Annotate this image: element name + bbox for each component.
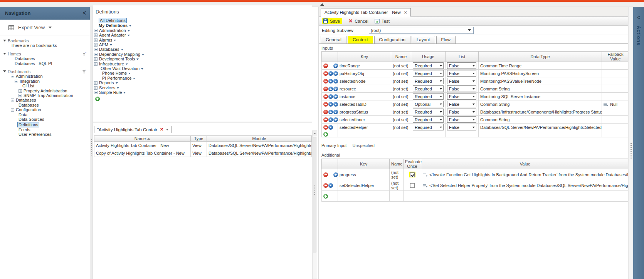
fallback-value-cell[interactable] <box>602 70 629 77</box>
nav-item-administration[interactable]: Administration <box>16 74 43 79</box>
tab-configuration[interactable]: Configuration <box>374 36 410 43</box>
def-item-reports[interactable]: Reports <box>99 80 114 85</box>
remove-row-icon[interactable] <box>323 79 328 84</box>
fallback-value-cell[interactable] <box>602 93 629 100</box>
results-scrollbar[interactable] <box>312 130 317 279</box>
remove-row-icon[interactable] <box>323 71 328 76</box>
def-item-my-definitions[interactable]: My Definitions <box>99 23 128 28</box>
usage-select[interactable]: Required <box>413 116 444 123</box>
nav-item-data-sources[interactable]: Data Sources <box>18 117 44 122</box>
def-item-agent-adapter[interactable]: Agent Adapter <box>99 33 126 37</box>
def-item-administration[interactable]: Administration <box>99 28 126 33</box>
list-select[interactable]: False <box>447 109 476 115</box>
expand-node-icon[interactable] <box>94 33 98 37</box>
list-select[interactable]: False <box>447 62 476 69</box>
collapse-top-panel-icon[interactable] <box>320 3 324 6</box>
add-definition-icon[interactable] <box>95 97 100 101</box>
move-up-icon[interactable] <box>328 125 333 130</box>
dropdown-caret-icon[interactable] <box>141 68 143 70</box>
dropdown-caret-icon[interactable] <box>133 78 135 79</box>
fallback-value-cell[interactable] <box>602 62 629 70</box>
bookmarks-section[interactable]: Bookmarks <box>0 38 90 43</box>
dropdown-caret-icon[interactable] <box>123 92 126 94</box>
dropdown-caret-icon[interactable] <box>121 49 123 50</box>
def-item-development-tools[interactable]: Development Tools <box>99 57 135 61</box>
usage-select[interactable]: Required <box>413 70 444 77</box>
remove-row-icon[interactable] <box>323 117 328 122</box>
dashboards-section[interactable]: Dashboards <box>0 69 90 74</box>
save-button[interactable]: Save <box>322 18 342 24</box>
fallback-value-cell[interactable] <box>602 85 629 93</box>
collapse-navigation-icon[interactable]: < <box>83 9 86 17</box>
filter-icon[interactable] <box>82 52 87 56</box>
nav-item-databases[interactable]: Databases <box>18 103 39 107</box>
move-up-icon[interactable] <box>328 71 333 76</box>
list-select[interactable]: False <box>447 116 476 123</box>
clear-filter-icon[interactable] <box>160 127 163 132</box>
expand-node-icon[interactable] <box>94 86 98 90</box>
move-down-icon[interactable] <box>333 117 338 122</box>
fallback-value-cell[interactable] <box>602 108 629 116</box>
expand-node-icon[interactable] <box>94 81 98 85</box>
editor-scroll-strip[interactable] <box>628 7 633 279</box>
nav-item-user-preferences[interactable]: User Preferences <box>18 132 52 137</box>
dropdown-caret-icon[interactable] <box>117 87 119 89</box>
move-up-icon[interactable] <box>328 110 333 114</box>
expand-node-icon[interactable] <box>94 53 98 56</box>
expand-node-icon[interactable] <box>94 62 98 66</box>
cancel-button[interactable]: Cancel <box>348 18 368 24</box>
primary-input-value[interactable]: Unspecified <box>352 143 374 148</box>
test-button[interactable]: Test <box>375 19 390 23</box>
column-header-type[interactable]: Type <box>191 136 207 142</box>
nav-item-snmp-trap-administration[interactable]: SNMP Trap Administration <box>24 93 73 98</box>
add-row-icon[interactable] <box>323 194 328 199</box>
collapse-section-icon[interactable] <box>3 70 6 72</box>
add-row-icon[interactable] <box>323 132 328 137</box>
def-item-services[interactable]: Services <box>99 85 115 90</box>
move-down-icon[interactable] <box>333 110 338 114</box>
expand-node-icon[interactable] <box>18 94 22 97</box>
def-item-pi-performance[interactable]: PI Performance <box>102 76 131 80</box>
nav-item-data[interactable]: Data <box>18 112 27 117</box>
dropdown-caret-icon[interactable] <box>114 40 116 41</box>
result-row[interactable]: Activity Highlights Tab Container - New … <box>94 142 312 149</box>
usage-select[interactable]: Required <box>413 62 444 69</box>
move-up-icon[interactable] <box>328 183 333 188</box>
def-item-simple-rule[interactable]: Simple Rule <box>99 90 122 95</box>
def-item-all-definitions-selected[interactable]: All Definitions <box>99 18 127 23</box>
list-select[interactable]: False <box>447 93 476 100</box>
move-up-icon[interactable] <box>328 79 333 84</box>
search-filter-chip[interactable]: "Activity Highlights Tab Contair <box>94 126 172 133</box>
actions-sidebar[interactable]: < Actions <box>633 7 644 279</box>
dropdown-caret-icon[interactable] <box>128 73 131 74</box>
move-up-icon[interactable] <box>328 87 333 91</box>
column-header-module[interactable]: Module <box>207 136 312 142</box>
splitter-grip-icon[interactable] <box>91 139 92 155</box>
nav-item-property-administration[interactable]: Property Administration <box>24 89 67 93</box>
remove-row-icon[interactable] <box>323 183 328 188</box>
dropdown-caret-icon[interactable] <box>136 58 139 60</box>
move-down-icon[interactable] <box>333 102 338 107</box>
nav-item-databases-sql-pi[interactable]: Databases - SQL PI <box>15 61 52 66</box>
usage-select[interactable]: Required <box>413 85 444 92</box>
expand-actions-icon[interactable]: < <box>633 14 644 22</box>
view-selector[interactable]: Expert View <box>0 20 90 35</box>
def-item-infrastructure[interactable]: Infrastructure <box>99 62 124 66</box>
usage-select[interactable]: Optional <box>413 101 444 107</box>
usage-select[interactable]: Required <box>413 93 444 100</box>
collapse-section-icon[interactable] <box>3 40 6 42</box>
expand-node-icon[interactable] <box>94 38 98 42</box>
dropdown-caret-icon[interactable] <box>126 63 128 65</box>
close-tab-icon[interactable] <box>404 10 407 15</box>
remove-row-icon[interactable] <box>323 87 328 91</box>
column-header-name[interactable]: Name <box>94 136 191 142</box>
remove-row-icon[interactable] <box>323 125 328 130</box>
expand-node-icon[interactable] <box>18 89 22 93</box>
homes-section[interactable]: Homes <box>0 52 90 56</box>
def-item-dependency-mapping[interactable]: Dependency Mapping <box>99 52 140 57</box>
usage-select[interactable]: Required <box>413 109 444 115</box>
collapse-section-icon[interactable] <box>3 53 6 55</box>
def-item-alarms[interactable]: Alarms <box>99 38 112 42</box>
def-item-databases[interactable]: Databases <box>99 47 119 52</box>
nav-item-integration[interactable]: Integration <box>20 79 40 84</box>
